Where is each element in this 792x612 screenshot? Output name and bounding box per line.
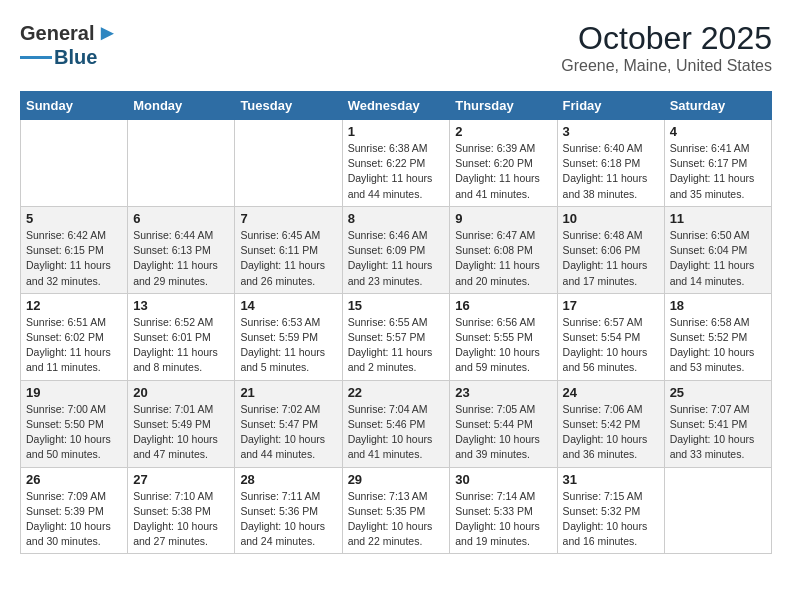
- day-info: Sunrise: 6:57 AM Sunset: 5:54 PM Dayligh…: [563, 315, 659, 376]
- header-monday: Monday: [128, 92, 235, 120]
- header-saturday: Saturday: [664, 92, 771, 120]
- table-row: 6Sunrise: 6:44 AM Sunset: 6:13 PM Daylig…: [128, 206, 235, 293]
- header-tuesday: Tuesday: [235, 92, 342, 120]
- table-row: 29Sunrise: 7:13 AM Sunset: 5:35 PM Dayli…: [342, 467, 450, 554]
- day-number: 3: [563, 124, 659, 139]
- table-row: 17Sunrise: 6:57 AM Sunset: 5:54 PM Dayli…: [557, 293, 664, 380]
- day-number: 16: [455, 298, 551, 313]
- table-row: [128, 120, 235, 207]
- header-sunday: Sunday: [21, 92, 128, 120]
- day-number: 27: [133, 472, 229, 487]
- calendar-week-row: 1Sunrise: 6:38 AM Sunset: 6:22 PM Daylig…: [21, 120, 772, 207]
- location-subtitle: Greene, Maine, United States: [561, 57, 772, 75]
- day-number: 10: [563, 211, 659, 226]
- day-number: 6: [133, 211, 229, 226]
- table-row: 12Sunrise: 6:51 AM Sunset: 6:02 PM Dayli…: [21, 293, 128, 380]
- day-info: Sunrise: 7:05 AM Sunset: 5:44 PM Dayligh…: [455, 402, 551, 463]
- calendar-week-row: 12Sunrise: 6:51 AM Sunset: 6:02 PM Dayli…: [21, 293, 772, 380]
- table-row: 31Sunrise: 7:15 AM Sunset: 5:32 PM Dayli…: [557, 467, 664, 554]
- table-row: 19Sunrise: 7:00 AM Sunset: 5:50 PM Dayli…: [21, 380, 128, 467]
- day-number: 20: [133, 385, 229, 400]
- table-row: 13Sunrise: 6:52 AM Sunset: 6:01 PM Dayli…: [128, 293, 235, 380]
- logo-blue-text: Blue: [54, 46, 97, 69]
- day-info: Sunrise: 6:50 AM Sunset: 6:04 PM Dayligh…: [670, 228, 766, 289]
- header-friday: Friday: [557, 92, 664, 120]
- day-number: 29: [348, 472, 445, 487]
- day-info: Sunrise: 7:14 AM Sunset: 5:33 PM Dayligh…: [455, 489, 551, 550]
- day-number: 31: [563, 472, 659, 487]
- table-row: 27Sunrise: 7:10 AM Sunset: 5:38 PM Dayli…: [128, 467, 235, 554]
- calendar-header-row: Sunday Monday Tuesday Wednesday Thursday…: [21, 92, 772, 120]
- table-row: 28Sunrise: 7:11 AM Sunset: 5:36 PM Dayli…: [235, 467, 342, 554]
- day-number: 5: [26, 211, 122, 226]
- table-row: 16Sunrise: 6:56 AM Sunset: 5:55 PM Dayli…: [450, 293, 557, 380]
- day-info: Sunrise: 7:09 AM Sunset: 5:39 PM Dayligh…: [26, 489, 122, 550]
- day-number: 26: [26, 472, 122, 487]
- day-info: Sunrise: 6:52 AM Sunset: 6:01 PM Dayligh…: [133, 315, 229, 376]
- day-info: Sunrise: 7:11 AM Sunset: 5:36 PM Dayligh…: [240, 489, 336, 550]
- calendar-table: Sunday Monday Tuesday Wednesday Thursday…: [20, 91, 772, 554]
- day-info: Sunrise: 7:15 AM Sunset: 5:32 PM Dayligh…: [563, 489, 659, 550]
- table-row: 14Sunrise: 6:53 AM Sunset: 5:59 PM Dayli…: [235, 293, 342, 380]
- day-info: Sunrise: 6:58 AM Sunset: 5:52 PM Dayligh…: [670, 315, 766, 376]
- day-number: 12: [26, 298, 122, 313]
- day-info: Sunrise: 6:51 AM Sunset: 6:02 PM Dayligh…: [26, 315, 122, 376]
- day-info: Sunrise: 7:00 AM Sunset: 5:50 PM Dayligh…: [26, 402, 122, 463]
- day-number: 23: [455, 385, 551, 400]
- table-row: 20Sunrise: 7:01 AM Sunset: 5:49 PM Dayli…: [128, 380, 235, 467]
- table-row: 15Sunrise: 6:55 AM Sunset: 5:57 PM Dayli…: [342, 293, 450, 380]
- table-row: 5Sunrise: 6:42 AM Sunset: 6:15 PM Daylig…: [21, 206, 128, 293]
- day-info: Sunrise: 6:55 AM Sunset: 5:57 PM Dayligh…: [348, 315, 445, 376]
- calendar-week-row: 26Sunrise: 7:09 AM Sunset: 5:39 PM Dayli…: [21, 467, 772, 554]
- day-info: Sunrise: 7:02 AM Sunset: 5:47 PM Dayligh…: [240, 402, 336, 463]
- table-row: 25Sunrise: 7:07 AM Sunset: 5:41 PM Dayli…: [664, 380, 771, 467]
- table-row: 23Sunrise: 7:05 AM Sunset: 5:44 PM Dayli…: [450, 380, 557, 467]
- day-number: 13: [133, 298, 229, 313]
- day-info: Sunrise: 7:13 AM Sunset: 5:35 PM Dayligh…: [348, 489, 445, 550]
- day-info: Sunrise: 6:41 AM Sunset: 6:17 PM Dayligh…: [670, 141, 766, 202]
- day-number: 19: [26, 385, 122, 400]
- day-number: 14: [240, 298, 336, 313]
- day-number: 21: [240, 385, 336, 400]
- table-row: 2Sunrise: 6:39 AM Sunset: 6:20 PM Daylig…: [450, 120, 557, 207]
- table-row: [235, 120, 342, 207]
- day-number: 22: [348, 385, 445, 400]
- day-number: 1: [348, 124, 445, 139]
- table-row: 7Sunrise: 6:45 AM Sunset: 6:11 PM Daylig…: [235, 206, 342, 293]
- day-info: Sunrise: 6:53 AM Sunset: 5:59 PM Dayligh…: [240, 315, 336, 376]
- page-header: General ► Blue October 2025 Greene, Main…: [20, 20, 772, 75]
- day-info: Sunrise: 6:40 AM Sunset: 6:18 PM Dayligh…: [563, 141, 659, 202]
- table-row: 11Sunrise: 6:50 AM Sunset: 6:04 PM Dayli…: [664, 206, 771, 293]
- table-row: 1Sunrise: 6:38 AM Sunset: 6:22 PM Daylig…: [342, 120, 450, 207]
- day-info: Sunrise: 6:44 AM Sunset: 6:13 PM Dayligh…: [133, 228, 229, 289]
- table-row: 4Sunrise: 6:41 AM Sunset: 6:17 PM Daylig…: [664, 120, 771, 207]
- day-info: Sunrise: 6:47 AM Sunset: 6:08 PM Dayligh…: [455, 228, 551, 289]
- day-info: Sunrise: 6:45 AM Sunset: 6:11 PM Dayligh…: [240, 228, 336, 289]
- day-number: 2: [455, 124, 551, 139]
- table-row: [664, 467, 771, 554]
- table-row: [21, 120, 128, 207]
- table-row: 3Sunrise: 6:40 AM Sunset: 6:18 PM Daylig…: [557, 120, 664, 207]
- day-info: Sunrise: 7:06 AM Sunset: 5:42 PM Dayligh…: [563, 402, 659, 463]
- day-info: Sunrise: 7:01 AM Sunset: 5:49 PM Dayligh…: [133, 402, 229, 463]
- table-row: 18Sunrise: 6:58 AM Sunset: 5:52 PM Dayli…: [664, 293, 771, 380]
- day-number: 24: [563, 385, 659, 400]
- day-number: 11: [670, 211, 766, 226]
- day-number: 9: [455, 211, 551, 226]
- table-row: 22Sunrise: 7:04 AM Sunset: 5:46 PM Dayli…: [342, 380, 450, 467]
- day-info: Sunrise: 7:10 AM Sunset: 5:38 PM Dayligh…: [133, 489, 229, 550]
- day-info: Sunrise: 7:07 AM Sunset: 5:41 PM Dayligh…: [670, 402, 766, 463]
- table-row: 21Sunrise: 7:02 AM Sunset: 5:47 PM Dayli…: [235, 380, 342, 467]
- day-info: Sunrise: 6:38 AM Sunset: 6:22 PM Dayligh…: [348, 141, 445, 202]
- title-block: October 2025 Greene, Maine, United State…: [561, 20, 772, 75]
- day-info: Sunrise: 7:04 AM Sunset: 5:46 PM Dayligh…: [348, 402, 445, 463]
- day-info: Sunrise: 6:48 AM Sunset: 6:06 PM Dayligh…: [563, 228, 659, 289]
- header-wednesday: Wednesday: [342, 92, 450, 120]
- month-title: October 2025: [561, 20, 772, 57]
- day-info: Sunrise: 6:39 AM Sunset: 6:20 PM Dayligh…: [455, 141, 551, 202]
- table-row: 10Sunrise: 6:48 AM Sunset: 6:06 PM Dayli…: [557, 206, 664, 293]
- day-number: 17: [563, 298, 659, 313]
- calendar-week-row: 5Sunrise: 6:42 AM Sunset: 6:15 PM Daylig…: [21, 206, 772, 293]
- day-info: Sunrise: 6:42 AM Sunset: 6:15 PM Dayligh…: [26, 228, 122, 289]
- logo-bird-icon: ►: [96, 20, 118, 46]
